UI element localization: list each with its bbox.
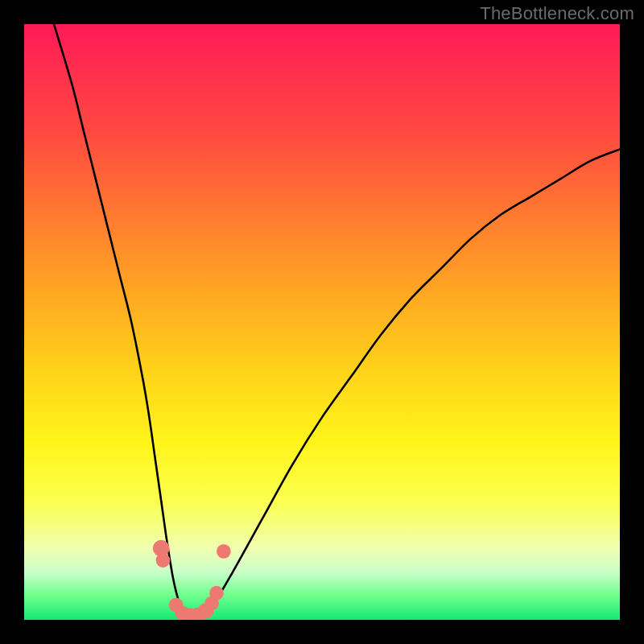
chart-frame: TheBottleneck.com	[0, 0, 644, 644]
watermark-text: TheBottleneck.com	[480, 3, 634, 24]
plot-area	[24, 24, 620, 620]
curve-marker	[217, 544, 231, 559]
bottleneck-chart	[24, 24, 620, 620]
curve-markers	[153, 540, 231, 620]
bottleneck-curve-path	[54, 24, 620, 620]
curve-marker	[156, 553, 171, 568]
curve-marker	[209, 586, 224, 601]
